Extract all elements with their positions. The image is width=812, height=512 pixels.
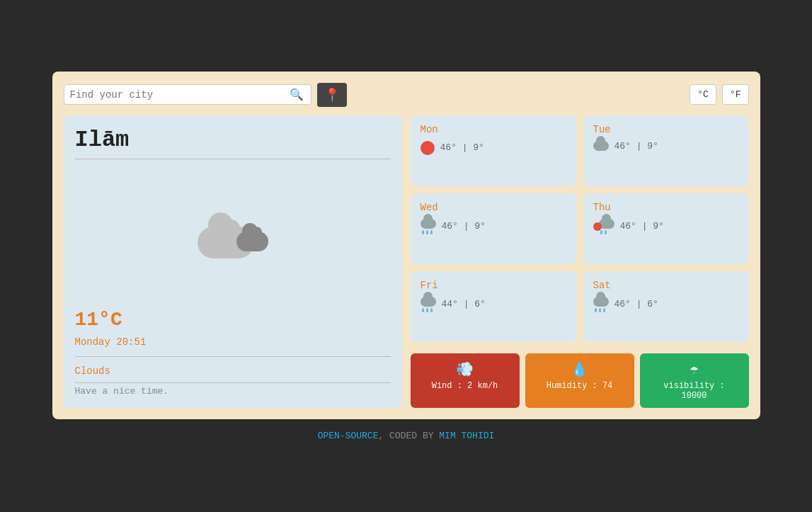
- cloud-small: [236, 232, 268, 251]
- main-container: 🔍 📍 °C °F Ilām 11°C Monday 20:51 Clouds …: [52, 72, 760, 419]
- forecast-bottom-sat: 46° | 6°: [593, 297, 739, 312]
- search-wrapper: 🔍: [64, 84, 311, 105]
- forecast-temps-wed: 46° | 9°: [442, 221, 486, 232]
- content-grid: Ilām 11°C Monday 20:51 Clouds Have a nic…: [64, 115, 749, 408]
- forecast-section: Mon 46° | 9° Tue 46° | 9° Wed: [411, 115, 749, 408]
- humidity-card: 💧 Humidity : 74: [525, 353, 634, 408]
- cloud-icon-tue: [593, 141, 609, 151]
- forecast-card-tue: Tue 46° | 9°: [583, 115, 749, 186]
- rain-icon-fri: [421, 297, 436, 312]
- footer: OPEN-SOURCE, CODED BY MIM TOHIDI: [318, 431, 495, 441]
- current-weather-card: Ilām 11°C Monday 20:51 Clouds Have a nic…: [64, 115, 402, 408]
- forecast-temps-thu: 46° | 9°: [620, 221, 664, 232]
- location-button[interactable]: 📍: [317, 83, 347, 107]
- forecast-day-mon: Mon: [421, 124, 566, 135]
- forecast-bottom-mon: 46° | 9°: [421, 141, 566, 155]
- visibility-card: ☂ visibility : 10000: [640, 353, 749, 408]
- rain-icon-sat: [593, 297, 609, 312]
- search-button[interactable]: 🔍: [288, 88, 305, 101]
- cloud-icon: [198, 209, 268, 258]
- divider-1: [75, 356, 391, 357]
- temperature: 11°C: [75, 309, 391, 331]
- top-bar: 🔍 📍 °C °F: [64, 83, 749, 107]
- forecast-temps-tue: 46° | 9°: [614, 141, 658, 152]
- forecast-day-tue: Tue: [593, 124, 739, 135]
- nice-message: Have a nice time.: [75, 382, 391, 397]
- sun-icon: [421, 141, 435, 155]
- humidity-label: Humidity : 74: [537, 381, 623, 391]
- visibility-icon: ☂: [651, 360, 738, 378]
- celsius-button[interactable]: °C: [690, 84, 716, 105]
- forecast-card-thu: Thu 46° | 9°: [583, 193, 749, 264]
- forecast-temps-mon: 46° | 9°: [440, 142, 484, 153]
- search-input[interactable]: [70, 89, 288, 101]
- forecast-day-fri: Fri: [421, 280, 566, 291]
- rain-icon-wed: [421, 219, 436, 234]
- visibility-label: visibility : 10000: [651, 381, 738, 401]
- forecast-bottom-tue: 46° | 9°: [593, 141, 739, 152]
- wind-card: 💨 Wind : 2 km/h: [411, 353, 520, 408]
- datetime: Monday 20:51: [75, 336, 391, 348]
- forecast-day-sat: Sat: [593, 280, 739, 291]
- fahrenheit-button[interactable]: °F: [722, 84, 749, 105]
- forecast-card-mon: Mon 46° | 9°: [411, 115, 576, 186]
- forecast-bottom-fri: 44° | 6°: [421, 297, 566, 312]
- wind-label: Wind : 2 km/h: [422, 381, 508, 391]
- forecast-card-sat: Sat 46° | 6°: [583, 271, 749, 342]
- forecast-temps-fri: 44° | 6°: [442, 299, 486, 309]
- description: Clouds: [75, 365, 391, 377]
- wind-icon: 💨: [422, 360, 508, 378]
- forecast-day-thu: Thu: [593, 202, 739, 213]
- city-name: Ilām: [75, 127, 391, 159]
- stats-bar: 💨 Wind : 2 km/h 💧 Humidity : 74 ☂ visibi…: [411, 353, 749, 408]
- forecast-bottom-wed: 46° | 9°: [421, 219, 566, 234]
- forecast-card-fri: Fri 44° | 6°: [411, 271, 576, 342]
- forecast-card-wed: Wed 46° | 9°: [411, 193, 576, 264]
- open-source-link[interactable]: OPEN-SOURCE: [318, 431, 379, 441]
- forecast-bottom-thu: 46° | 9°: [593, 219, 739, 234]
- author-link[interactable]: MIM TOHIDI: [439, 431, 494, 441]
- forecast-day-wed: Wed: [421, 202, 566, 213]
- coded-by-text: , CODED BY: [378, 431, 433, 441]
- humidity-icon: 💧: [537, 360, 623, 378]
- forecast-grid: Mon 46° | 9° Tue 46° | 9° Wed: [411, 115, 749, 342]
- weather-icon-area: [75, 165, 391, 303]
- partly-rain-icon-thu: [593, 219, 614, 234]
- forecast-temps-sat: 46° | 6°: [614, 299, 658, 309]
